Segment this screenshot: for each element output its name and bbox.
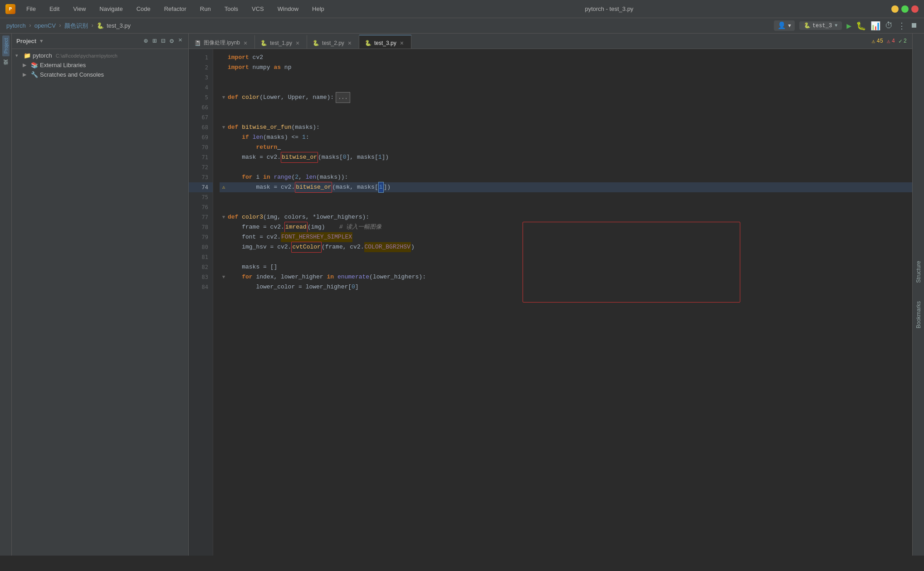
title-bar-left: P File Edit View Navigate Code Refactor … (5, 4, 327, 14)
linenum-74: 74 (189, 182, 213, 192)
linenum-4: 4 (189, 83, 213, 93)
sidebar-header: Project ▼ ⊕ ⊞ ⊟ ⚙ × (12, 34, 188, 49)
run-button[interactable]: ▶ (846, 21, 851, 31)
bookmarks-tab[interactable]: Bookmarks (915, 301, 922, 328)
menu-run[interactable]: Run (197, 5, 214, 13)
tab-label-test2: test_2.py (322, 40, 344, 46)
gutter-77: ▼ (220, 212, 228, 222)
structure-tab[interactable]: Structure (915, 261, 922, 283)
run-config[interactable]: 🐍 test_3 ▼ (799, 21, 842, 30)
folded-indicator[interactable]: ... (336, 92, 350, 103)
tree-item-extlibs[interactable]: ▶ 📚 External Libraries (12, 60, 188, 70)
menu-refactor[interactable]: Refactor (161, 5, 189, 13)
title-bar: P File Edit View Navigate Code Refactor … (0, 0, 924, 18)
sidebar-collapse-icon[interactable]: ⊞ (151, 36, 158, 46)
tree-item-scratches[interactable]: ▶ 🔧 Scratches and Consoles (12, 70, 188, 79)
tree-label-extlibs: External Libraries (40, 62, 86, 68)
breadcrumb-sep-1: › (29, 23, 32, 29)
error-icon: ⚠ (887, 38, 890, 45)
tree-item-pytorch[interactable]: ▾ 📁 pytorch C:\all\code\pycharm\pytorch (12, 51, 188, 60)
tab-close-ipynb[interactable]: × (243, 39, 248, 47)
code-line-68: ▼ def bitwise_or_fun(masks): (220, 122, 912, 132)
project-tab[interactable]: Project (2, 35, 10, 56)
fold-btn-83[interactable]: ▼ (222, 272, 225, 282)
code-line-77: ▼ def color3(img, colors, *lower_highers… (220, 212, 912, 222)
app-icon: P (5, 4, 15, 14)
breadcrumb-pytorch[interactable]: pytorch (6, 22, 26, 29)
fold-btn-5[interactable]: ▼ (222, 93, 225, 102)
tab-test1[interactable]: 🐍 test_1.py × (255, 35, 307, 49)
tab-close-test3[interactable]: × (399, 39, 405, 47)
profile-run-button[interactable]: ⏱ (885, 21, 893, 30)
code-line-83: ▼ for index, lower_higher in enumerate(l… (220, 272, 912, 282)
sidebar-close-icon[interactable]: × (177, 36, 184, 46)
breadcrumb-current: test_3.py (107, 22, 131, 29)
color-constant: COLOR_BGR2HSV (364, 242, 411, 252)
tab-close-test1[interactable]: × (295, 39, 300, 47)
tab-ipynb[interactable]: 📓 图像处理.ipynb × (189, 35, 255, 49)
debug-button[interactable]: 🐛 (856, 21, 866, 31)
menu-navigate[interactable]: Navigate (97, 5, 125, 13)
menu-code[interactable]: Code (134, 5, 153, 13)
linenum-67: 67 (189, 112, 213, 122)
menu-vcs[interactable]: VCS (249, 5, 267, 13)
linenum-70: 70 (189, 142, 213, 152)
fold-btn-68[interactable]: ▼ (222, 122, 225, 132)
error-badge[interactable]: ⚠ 4 (887, 38, 895, 45)
tab-test2[interactable]: 🐍 test_2.py × (307, 35, 359, 49)
menu-window[interactable]: Window (275, 5, 301, 13)
linenum-72: 72 (189, 162, 213, 172)
sidebar: Project ▼ ⊕ ⊞ ⊟ ⚙ × ▾ 📁 pytorch C:\all\c… (12, 34, 189, 556)
breadcrumb-color[interactable]: 颜色识别 (64, 22, 88, 30)
bitwise-or-box-71: bitwise_or (281, 152, 318, 163)
warning-gutter-74: ⚠ (222, 182, 225, 192)
minimize-button[interactable] (891, 5, 899, 13)
gutter-74: ⚠ (220, 182, 228, 192)
coverage-button[interactable]: 📊 (870, 21, 880, 31)
tabs-bar: 📓 图像处理.ipynb × 🐍 test_1.py × 🐍 test_2.py… (189, 34, 912, 49)
sidebar-locate-icon[interactable]: ⊕ (142, 36, 149, 46)
menu-view[interactable]: View (70, 5, 88, 13)
library-icon: 📚 (31, 62, 38, 68)
run-config-icon: 🐍 (804, 22, 811, 29)
code-line-72 (220, 162, 912, 172)
code-line-4 (220, 83, 912, 93)
more-button[interactable]: ⋮ (898, 21, 906, 31)
profile-chevron: ▼ (788, 23, 791, 29)
fold-btn-77[interactable]: ▼ (222, 212, 225, 222)
linenum-68: 68 (189, 122, 213, 132)
menu-edit[interactable]: Edit (47, 5, 62, 13)
tab-close-test2[interactable]: × (347, 39, 352, 47)
code-line-76 (220, 202, 912, 212)
breadcrumb-bar: pytorch › openCV › 颜色识别 › 🐍 test_3.py 👤 … (0, 18, 924, 34)
stop-button[interactable]: ⏹ (910, 21, 918, 30)
tree-arrow-extlibs: ▶ (23, 62, 29, 68)
code-line-84: lower_color = lower_higher[0] (220, 282, 912, 292)
user-profile[interactable]: 👤 ▼ (774, 20, 795, 31)
code-line-78: frame = cv2.imread(img) # 读入一幅图像 (220, 222, 912, 232)
code-line-80: img_hsv = cv2.cvtColor(frame, cv2.COLOR_… (220, 242, 912, 252)
menu-help[interactable]: Help (309, 5, 327, 13)
sidebar-dropdown-icon[interactable]: ▼ (40, 39, 43, 44)
code-area[interactable]: 1 2 3 4 5 66 67 68 69 70 71 72 73 74 75 … (189, 49, 912, 556)
code-content[interactable]: import cv2 import numpy as np (213, 49, 912, 556)
close-button[interactable] (911, 5, 919, 13)
linenum-1: 1 (189, 53, 213, 63)
tab-test3[interactable]: 🐍 test_3.py × (359, 35, 411, 49)
warning-badge[interactable]: ⚠ 45 (872, 38, 883, 45)
breadcrumb-opencv[interactable]: openCV (34, 22, 56, 29)
menu-file[interactable]: File (24, 5, 39, 13)
editor-area: 📓 图像处理.ipynb × 🐍 test_1.py × 🐍 test_2.py… (189, 34, 912, 556)
sidebar-settings-icon[interactable]: ⚙ (168, 36, 175, 46)
code-line-2: import numpy as np (220, 63, 912, 73)
maximize-button[interactable] (901, 5, 909, 13)
tree-arrow-scratches: ▶ (23, 72, 29, 78)
sidebar-header-icons: ⊕ ⊞ ⊟ ⚙ × (142, 36, 184, 46)
linenum-78: 78 (189, 222, 213, 232)
tab-label-test3: test_3.py (374, 40, 396, 46)
commit-tab[interactable]: 提交 (1, 66, 10, 72)
sidebar-expand-icon[interactable]: ⊟ (160, 36, 166, 46)
ok-badge[interactable]: ✓ 2 (899, 38, 907, 45)
menu-tools[interactable]: Tools (222, 5, 241, 13)
tab-icon-ipynb: 📓 (194, 40, 201, 46)
